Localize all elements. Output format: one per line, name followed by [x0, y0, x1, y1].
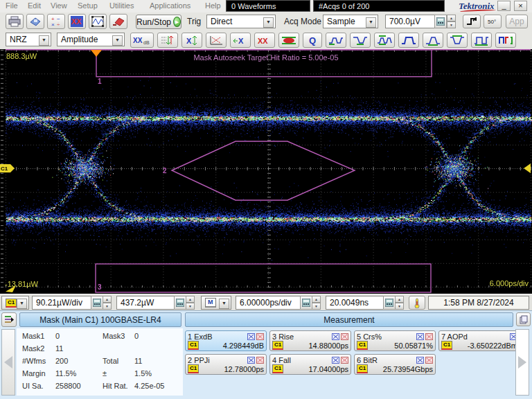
save-button[interactable]	[26, 14, 44, 29]
pulse-meas-button-4[interactable]	[398, 33, 419, 48]
minimize-button[interactable]: _	[497, 1, 511, 11]
chevron-down-icon[interactable]: ▼	[366, 17, 376, 28]
copy-results-button[interactable]	[516, 312, 531, 326]
measurement-cell-fall[interactable]: 4 Fall C1 17.04000ps	[269, 354, 351, 375]
trig-source-select[interactable]: Direct ▼	[206, 15, 276, 28]
chevron-down-icon[interactable]: ▼	[219, 299, 229, 309]
set-to-50-button[interactable]: 50°	[484, 15, 502, 28]
svg-text:×: ×	[51, 21, 55, 27]
pulse-meas-button-6[interactable]	[447, 33, 468, 48]
svg-text:XX: XX	[71, 17, 82, 26]
gain-meas-button[interactable]	[157, 33, 178, 48]
chevron-down-icon[interactable]: ▼	[263, 17, 274, 28]
measurement-cell-crossing[interactable]: 5 Crs% C1 50.05871%	[354, 330, 436, 351]
app-button[interactable]: App	[506, 15, 528, 28]
measurement-cell-rise[interactable]: 3 Rise C1 14.88000ps	[269, 330, 351, 351]
stat-value: 11	[55, 344, 103, 353]
menu-utilities[interactable]: Utilities	[109, 1, 134, 10]
horizontal-mode-select[interactable]: M ▼	[201, 296, 231, 310]
pulse-meas-button-3[interactable]	[374, 33, 395, 48]
pulse-meas-button-5[interactable]	[423, 33, 443, 48]
eye-width-button[interactable]: X	[230, 33, 251, 48]
mask-margin-button[interactable]	[278, 33, 299, 48]
acq-mode-select[interactable]: Sample ▼	[323, 15, 378, 28]
vertical-offset-stepper[interactable]: ▲▼	[186, 296, 195, 310]
keypad-button[interactable]	[91, 296, 103, 310]
measurement-value: 12.78000ps	[199, 365, 264, 373]
measurement-label: 7 AOPd	[441, 332, 508, 341]
eye-diagram-canvas	[0, 49, 532, 294]
plot-button[interactable]	[206, 33, 227, 48]
close-button[interactable]: ×	[514, 1, 527, 11]
vertical-offset-input[interactable]: 437.2µW	[116, 296, 175, 310]
meas-category-select[interactable]: Amplitude ▼	[57, 33, 125, 46]
eye-amplitude-button[interactable]: X	[181, 33, 202, 48]
horizontal-scale-stepper[interactable]: ▲▼	[312, 296, 321, 310]
pulse-icon-3	[377, 35, 392, 46]
waveform-display: 888.3µW Mask Autoseek Target Hit Ratio =…	[0, 49, 532, 294]
stat-value: 4.25e-05	[134, 382, 164, 390]
chevron-down-icon[interactable]: ▼	[17, 299, 27, 309]
stat-label: #Wfms	[22, 357, 55, 365]
menu-file[interactable]: File	[6, 1, 18, 10]
run-stop-button[interactable]: Run/Stop ▶	[136, 15, 181, 29]
stat-value: 200	[55, 357, 103, 365]
stat-label	[103, 344, 134, 353]
pulse-meas-button-1[interactable]	[326, 33, 346, 48]
measurement-cell-aopd[interactable]: 7 AOPd C1 -3.650222dBm	[438, 330, 520, 351]
channel-badge: C1	[188, 341, 199, 350]
channel-select[interactable]: C1 ▼	[1, 296, 29, 310]
pulse-meas-button-2[interactable]	[350, 33, 371, 48]
waveform-analyze-button[interactable]	[89, 14, 107, 29]
mask-panel-header[interactable]: Mask (Main C1) 100GBASE-LR4	[19, 312, 181, 327]
mask-hits-icon	[256, 357, 264, 364]
menu-view[interactable]: View	[51, 1, 67, 10]
mask-test-button[interactable]: XX	[68, 14, 86, 29]
trig-level-input[interactable]: 700.0µV	[385, 15, 435, 28]
mask-hits-icon	[341, 333, 348, 340]
keypad-button[interactable]	[383, 296, 396, 310]
menu-help[interactable]: Help	[205, 1, 221, 10]
mask-hits-button[interactable]: XX	[254, 33, 275, 48]
calculator-button[interactable]: +−×÷	[47, 14, 65, 29]
keypad-button[interactable]	[174, 296, 186, 310]
pulse-meas-button-7[interactable]	[471, 33, 492, 48]
measurement-panel-header[interactable]: Measurement	[185, 312, 513, 327]
mask-statistics: Mask10Mask30 Mask211 #Wfms200Total11 Mar…	[17, 328, 183, 396]
mask-stat-row: Mask10Mask30	[22, 332, 139, 340]
menu-applications[interactable]: Applications	[150, 1, 190, 10]
trig-slope-button[interactable]	[463, 15, 481, 28]
trig-level-stepper[interactable]: ▲▼	[447, 15, 456, 28]
print-button[interactable]	[6, 14, 24, 29]
chevron-down-icon[interactable]: ▼	[112, 35, 123, 46]
menu-edit[interactable]: Edit	[28, 1, 41, 10]
q-factor-button[interactable]: Q	[303, 33, 322, 48]
mask-autoseek-banner: Mask Autoseek Target Hit Ratio = 5.00e-0…	[193, 53, 338, 62]
temperature-button[interactable]	[409, 296, 425, 310]
chevron-down-icon[interactable]: ▼	[39, 35, 49, 46]
signal-type-value: NRZ	[10, 35, 27, 44]
acq-mode-value: Sample	[327, 17, 355, 26]
record-length-input[interactable]: 20.0049ns	[326, 296, 384, 310]
signal-type-select[interactable]: NRZ ▼	[6, 33, 51, 46]
extinction-db-button[interactable]: XXdB	[130, 33, 154, 48]
pulse-icon-2	[353, 35, 368, 46]
horizontal-scale-input[interactable]: 6.00000ps/div	[236, 296, 301, 310]
pulse-meas-button-8[interactable]	[495, 33, 516, 48]
vertical-scale-input[interactable]: 90.21µW/div	[32, 296, 91, 310]
panel-menu-button[interactable]	[1, 312, 17, 327]
measurement-cell-exdb[interactable]: 1 ExdB C1 4.298449dB	[185, 330, 267, 351]
measurement-cell-bitrate[interactable]: 6 BitR C1 25.73954Gbps	[354, 354, 436, 375]
measurement-cell-ppji[interactable]: 2 PPJi C1 12.78000ps	[185, 354, 267, 375]
menu-setup[interactable]: Setup	[78, 1, 98, 10]
clear-data-button[interactable]	[109, 14, 127, 29]
stat-value: 1.5%	[134, 369, 152, 378]
vertical-scale-stepper[interactable]: ▲▼	[103, 296, 112, 310]
scroll-right-button[interactable]	[515, 329, 529, 396]
keypad-button[interactable]	[434, 15, 447, 28]
keypad-button[interactable]	[300, 296, 312, 310]
scroll-left-button[interactable]	[1, 329, 15, 396]
scale-control-bar: C1 ▼ 90.21µW/div ▲▼ 437.2µW ▲▼ M ▼ 6.000…	[0, 294, 532, 311]
svg-text:XX: XX	[258, 37, 268, 45]
record-length-stepper[interactable]: ▲▼	[395, 296, 404, 310]
